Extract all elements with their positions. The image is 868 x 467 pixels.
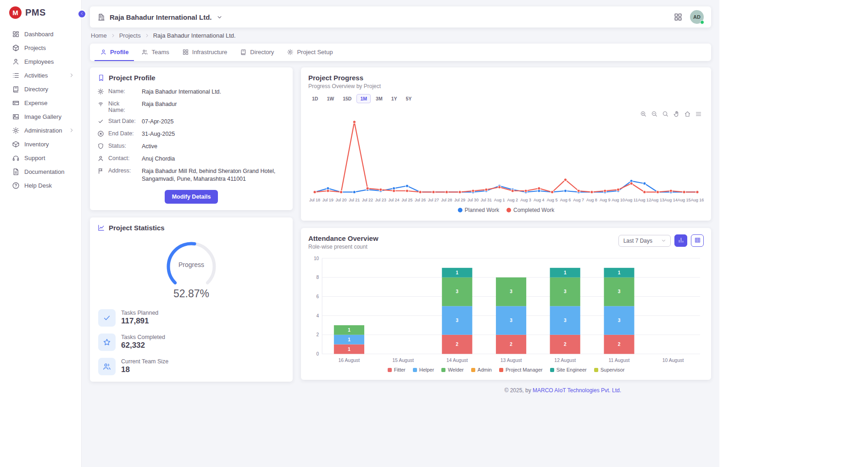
range-button-1w[interactable]: 1W [323,94,338,103]
svg-text:Aug 15: Aug 15 [678,198,691,202]
chevron-right-icon [68,72,75,78]
svg-text:2: 2 [618,342,621,347]
breadcrumb-item-projects[interactable]: Projects [119,32,141,39]
project-selector-label: Raja Bahadur International Ltd. [110,13,212,21]
statistics-card-title: Project Statistics [109,224,165,232]
attendance-chart-canvas[interactable]: 024681011116 August15 August233114 Augus… [308,255,704,365]
zoom-out-icon[interactable] [651,111,658,117]
app-logo[interactable]: M PMS [0,6,81,27]
tab-profile[interactable]: Profile [95,44,134,61]
legend-admin[interactable]: Admin [471,367,492,372]
range-button-5y[interactable]: 5Y [402,94,415,103]
sidebar-item-support[interactable]: Support [0,151,81,165]
breadcrumb-item-home[interactable]: Home [91,32,107,39]
legend-supervisor[interactable]: Supervisor [594,367,625,372]
profile-field-name: Name:Raja Bahadur International Ltd. [97,88,285,96]
range-button-1d[interactable]: 1D [308,94,322,103]
tab-teams[interactable]: Teams [136,44,174,61]
menu-icon[interactable] [695,111,702,117]
sidebar-item-directory[interactable]: Directory [0,82,81,96]
field-label: Start Date: [108,118,138,124]
svg-text:1: 1 [456,270,459,275]
profile-field-contact: Contact:Anuj Chordia [97,155,285,163]
svg-text:Aug 10: Aug 10 [612,198,625,202]
svg-text:3: 3 [564,289,567,295]
zoom-in-icon[interactable] [640,111,647,117]
sidebar-item-projects[interactable]: Projects [0,41,81,55]
sidebar-item-dashboard[interactable]: Dashboard [0,27,81,41]
field-label: Name: [108,88,138,95]
sidebar-item-help-desk[interactable]: Help Desk [0,178,81,192]
avatar[interactable]: AD [690,10,704,24]
legend-site-engineer[interactable]: Site Engineer [550,367,587,372]
date-range-select[interactable]: Last 7 Days [618,235,671,247]
pan-icon[interactable] [673,111,680,117]
range-button-15d[interactable]: 15D [339,94,355,103]
svg-text:Aug 3: Aug 3 [520,198,531,202]
home-icon[interactable] [684,111,691,117]
tab-project-setup[interactable]: Project Setup [281,44,338,61]
range-button-1m[interactable]: 1M [356,94,371,103]
stat-value: 117,891 [121,317,158,326]
svg-text:Jul 26: Jul 26 [415,198,426,202]
range-button-1y[interactable]: 1Y [388,94,401,103]
svg-text:Aug 2: Aug 2 [507,198,518,202]
field-label: End Date: [108,130,138,137]
sidebar-item-label: Help Desk [24,182,52,189]
tab-directory[interactable]: Directory [234,44,279,61]
sidebar-collapse-button[interactable] [78,10,86,18]
project-selector[interactable]: Raja Bahadur International Ltd. [97,13,223,21]
svg-text:Aug 7: Aug 7 [573,198,584,202]
tab-bar: ProfileTeamsInfrastructureDirectoryProje… [90,44,711,61]
svg-text:1: 1 [564,270,567,275]
sidebar-item-expense[interactable]: Expense [0,96,81,110]
modify-details-button[interactable]: Modify Details [165,190,218,204]
sidebar-item-activities[interactable]: Activities [0,68,81,82]
shield-icon [97,143,104,150]
sidebar-item-documentation[interactable]: Documentation [0,165,81,178]
footer-text: © 2025, by [504,387,531,394]
sidebar-item-inventory[interactable]: Inventory [0,137,81,151]
field-label: Contact: [108,155,138,161]
svg-text:8: 8 [316,275,319,280]
svg-text:11 August: 11 August [608,357,629,363]
svg-text:4: 4 [316,313,319,318]
legend-fitter[interactable]: Fitter [388,367,406,372]
sidebar-item-employees[interactable]: Employees [0,55,81,68]
sidebar-item-image-gallery[interactable]: Image Gallery [0,110,81,123]
users-icon [98,358,116,375]
apps-icon [182,49,189,56]
svg-text:Jul 23: Jul 23 [375,198,386,202]
svg-text:Jul 21: Jul 21 [349,198,360,202]
bookmark-icon [97,74,105,82]
x-circle-icon [97,130,104,137]
attendance-chart-legend: FitterHelperWelderAdminProject ManagerSi… [308,367,704,373]
field-label: Nick Name: [108,100,138,113]
progress-chart-canvas[interactable]: Jul 18Jul 19Jul 20Jul 21Jul 22Jul 23Jul … [308,110,704,205]
progress-card-title: Project Progress [308,74,704,82]
footer-link[interactable]: MARCO AIoT Technologies Pvt. Ltd. [533,387,621,394]
legend-project-manager[interactable]: Project Manager [499,367,543,372]
legend-completed-work[interactable]: Completed Work [506,207,554,213]
field-value: Raja Bahadur [142,100,285,109]
zoom-icon[interactable] [662,111,669,117]
sidebar-item-label: Employees [24,58,54,65]
sidebar-item-administration[interactable]: Administration [0,123,81,137]
legend-planned-work[interactable]: Planned Work [458,207,499,213]
svg-text:2: 2 [456,342,459,347]
svg-text:Jul 29: Jul 29 [454,198,465,202]
sidebar-item-label: Activities [24,72,48,79]
chart-toolbar [640,111,702,117]
legend-helper[interactable]: Helper [413,367,434,372]
table-view-button[interactable] [691,234,704,247]
apps-grid-icon[interactable] [673,12,683,22]
bar-view-button[interactable] [674,234,687,247]
stats-list: Tasks Planned117,891Tasks Completed62,33… [97,309,285,375]
sidebar-item-label: Inventory [24,141,49,148]
range-button-3m[interactable]: 3M [372,94,386,103]
check-icon [97,118,104,125]
employees-icon [12,58,20,66]
svg-text:10: 10 [314,256,319,261]
legend-welder[interactable]: Welder [441,367,464,372]
tab-infrastructure[interactable]: Infrastructure [177,44,233,61]
